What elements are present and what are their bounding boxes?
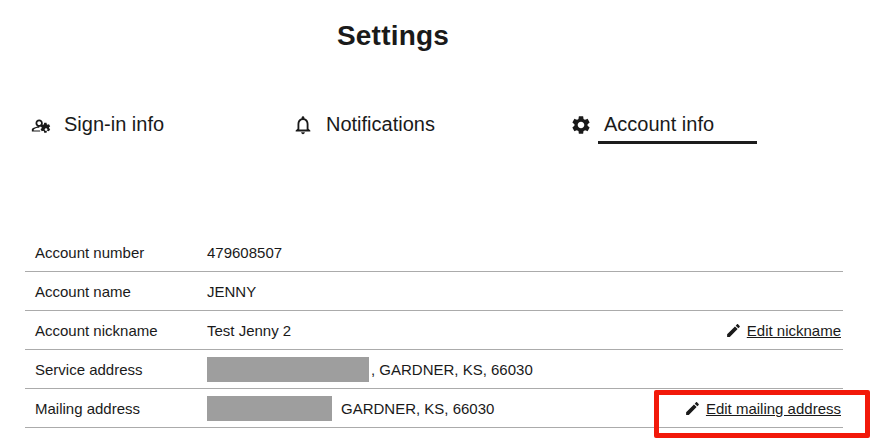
tab-sign-in-info[interactable]: Sign-in info — [30, 113, 164, 136]
edit-nickname-label: Edit nickname — [747, 322, 841, 339]
edit-mailing-address-label: Edit mailing address — [706, 400, 841, 417]
table-row-account-name: Account name JENNY — [25, 272, 843, 311]
tab-label: Sign-in info — [64, 113, 164, 136]
row-label: Mailing address — [35, 400, 207, 417]
redacted-mailing-address-box — [207, 396, 332, 421]
row-label: Account nickname — [35, 322, 207, 339]
row-value: GARDNER, KS, 66030 — [207, 396, 494, 421]
page-title: Settings — [0, 20, 786, 52]
active-tab-underline — [598, 141, 757, 144]
bell-icon — [292, 114, 314, 136]
row-value: JENNY — [207, 283, 256, 300]
redacted-service-address-box — [207, 357, 369, 382]
tab-label: Account info — [604, 113, 714, 136]
tab-label: Notifications — [326, 113, 435, 136]
service-address-suffix: , GARDNER, KS, 66030 — [371, 361, 533, 378]
tab-notifications[interactable]: Notifications — [292, 113, 435, 136]
gear-icon — [570, 114, 592, 136]
table-row-mailing-address: Mailing address GARDNER, KS, 66030 Edit … — [25, 389, 843, 428]
tab-account-info[interactable]: Account info — [570, 113, 714, 136]
row-label: Account name — [35, 283, 207, 300]
edit-mailing-address-link[interactable]: Edit mailing address — [684, 400, 841, 417]
table-row-service-address: Service address , GARDNER, KS, 66030 — [25, 350, 843, 389]
pencil-icon — [684, 400, 701, 417]
account-details-table: Account number 479608507 Account name JE… — [25, 233, 843, 428]
row-value: Test Jenny 2 — [207, 322, 291, 339]
table-row-account-nickname: Account nickname Test Jenny 2 Edit nickn… — [25, 311, 843, 350]
row-label: Service address — [35, 361, 207, 378]
edit-nickname-link[interactable]: Edit nickname — [725, 322, 841, 339]
pencil-icon — [725, 322, 742, 339]
row-label: Account number — [35, 244, 207, 261]
table-row-account-number: Account number 479608507 — [25, 233, 843, 272]
row-value: 479608507 — [207, 244, 282, 261]
manage-accounts-icon — [30, 114, 52, 136]
mailing-address-suffix: GARDNER, KS, 66030 — [341, 400, 494, 417]
row-value: , GARDNER, KS, 66030 — [207, 357, 533, 382]
